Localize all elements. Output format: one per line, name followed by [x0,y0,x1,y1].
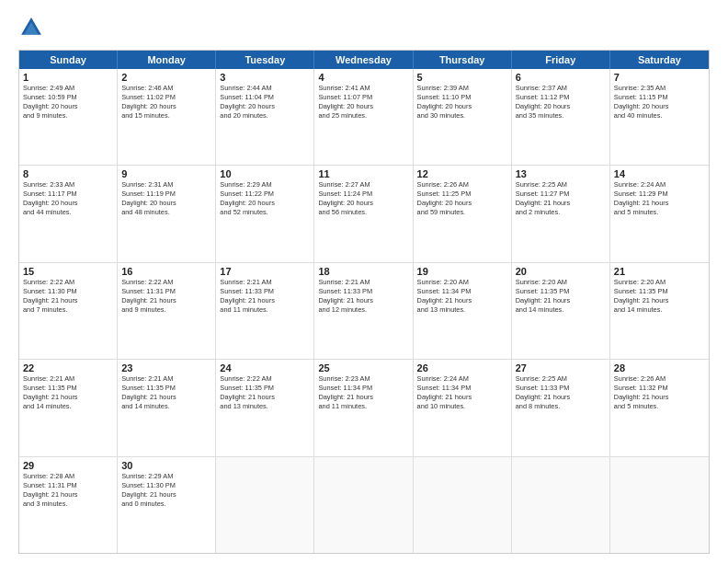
cal-cell: 20Sunrise: 2:20 AMSunset: 11:35 PMDaylig… [512,263,610,359]
cell-info: Sunrise: 2:31 AMSunset: 11:19 PMDaylight… [121,180,211,217]
calendar-body: 1Sunrise: 2:49 AMSunset: 10:59 PMDayligh… [19,69,709,553]
day-number: 14 [614,168,705,179]
cal-cell: 5Sunrise: 2:39 AMSunset: 11:10 PMDayligh… [414,69,512,165]
cal-row-5: 29Sunrise: 2:28 AMSunset: 11:31 PMDaylig… [19,457,709,553]
cal-cell: 1Sunrise: 2:49 AMSunset: 10:59 PMDayligh… [19,69,118,165]
cal-cell: 19Sunrise: 2:20 AMSunset: 11:34 PMDaylig… [414,263,512,359]
header-day-saturday: Saturday [610,51,709,69]
cal-cell: 23Sunrise: 2:21 AMSunset: 11:35 PMDaylig… [118,360,216,455]
cal-cell: 28Sunrise: 2:26 AMSunset: 11:32 PMDaylig… [610,360,709,455]
day-number: 15 [23,266,113,277]
cell-info: Sunrise: 2:22 AMSunset: 11:35 PMDaylight… [220,374,310,411]
day-number: 24 [220,362,310,373]
cell-info: Sunrise: 2:20 AMSunset: 11:34 PMDaylight… [417,278,507,315]
calendar-header: SundayMondayTuesdayWednesdayThursdayFrid… [19,51,709,69]
day-number: 13 [516,168,606,179]
cal-cell: 14Sunrise: 2:24 AMSunset: 11:29 PMDaylig… [610,166,709,261]
cell-info: Sunrise: 2:37 AMSunset: 11:12 PMDaylight… [516,84,606,121]
header-day-thursday: Thursday [414,51,512,69]
header [18,15,710,40]
logo [18,15,48,40]
cal-cell: 27Sunrise: 2:25 AMSunset: 11:33 PMDaylig… [512,360,610,455]
day-number: 21 [614,266,705,277]
day-number: 6 [516,72,606,83]
day-number: 16 [121,266,211,277]
cell-info: Sunrise: 2:39 AMSunset: 11:10 PMDaylight… [417,84,507,121]
cell-info: Sunrise: 2:27 AMSunset: 11:24 PMDaylight… [318,180,408,217]
cell-info: Sunrise: 2:28 AMSunset: 11:31 PMDaylight… [23,472,113,509]
day-number: 26 [417,362,507,373]
header-day-wednesday: Wednesday [314,51,413,69]
cell-info: Sunrise: 2:29 AMSunset: 11:30 PMDaylight… [121,472,211,509]
cal-cell: 4Sunrise: 2:41 AMSunset: 11:07 PMDayligh… [314,69,413,165]
day-number: 23 [121,362,211,373]
day-number: 2 [121,72,211,83]
cal-cell [610,457,709,553]
cell-info: Sunrise: 2:22 AMSunset: 11:30 PMDaylight… [23,278,113,315]
day-number: 19 [417,266,507,277]
cell-info: Sunrise: 2:49 AMSunset: 10:59 PMDaylight… [23,84,113,121]
cal-cell [314,457,413,553]
cal-cell: 10Sunrise: 2:29 AMSunset: 11:22 PMDaylig… [216,166,314,261]
cell-info: Sunrise: 2:20 AMSunset: 11:35 PMDaylight… [516,278,606,315]
cell-info: Sunrise: 2:24 AMSunset: 11:34 PMDaylight… [417,374,507,411]
cell-info: Sunrise: 2:44 AMSunset: 11:04 PMDaylight… [220,84,310,121]
cell-info: Sunrise: 2:21 AMSunset: 11:33 PMDaylight… [220,278,310,315]
cal-row-2: 8Sunrise: 2:33 AMSunset: 11:17 PMDayligh… [19,166,709,262]
cal-cell: 9Sunrise: 2:31 AMSunset: 11:19 PMDayligh… [118,166,216,261]
cal-cell: 16Sunrise: 2:22 AMSunset: 11:31 PMDaylig… [118,263,216,359]
day-number: 1 [23,72,113,83]
cell-info: Sunrise: 2:21 AMSunset: 11:33 PMDaylight… [318,278,408,315]
cal-row-4: 22Sunrise: 2:21 AMSunset: 11:35 PMDaylig… [19,360,709,456]
cell-info: Sunrise: 2:21 AMSunset: 11:35 PMDaylight… [23,374,113,411]
day-number: 12 [417,168,507,179]
cal-cell: 29Sunrise: 2:28 AMSunset: 11:31 PMDaylig… [19,457,118,553]
header-day-sunday: Sunday [19,51,118,69]
cal-cell: 11Sunrise: 2:27 AMSunset: 11:24 PMDaylig… [314,166,413,261]
cell-info: Sunrise: 2:35 AMSunset: 11:15 PMDaylight… [614,84,705,121]
cal-cell: 22Sunrise: 2:21 AMSunset: 11:35 PMDaylig… [19,360,118,455]
day-number: 5 [417,72,507,83]
cal-row-1: 1Sunrise: 2:49 AMSunset: 10:59 PMDayligh… [19,69,709,166]
day-number: 10 [220,168,310,179]
cell-info: Sunrise: 2:23 AMSunset: 11:34 PMDaylight… [318,374,408,411]
cell-info: Sunrise: 2:46 AMSunset: 11:02 PMDaylight… [121,84,211,121]
day-number: 4 [318,72,408,83]
cal-cell: 6Sunrise: 2:37 AMSunset: 11:12 PMDayligh… [512,69,610,165]
day-number: 28 [614,362,705,373]
cal-cell: 26Sunrise: 2:24 AMSunset: 11:34 PMDaylig… [414,360,512,455]
cell-info: Sunrise: 2:29 AMSunset: 11:22 PMDaylight… [220,180,310,217]
day-number: 29 [23,460,113,471]
cal-cell [216,457,314,553]
cal-cell [512,457,610,553]
day-number: 7 [614,72,705,83]
cell-info: Sunrise: 2:25 AMSunset: 11:33 PMDaylight… [516,374,606,411]
day-number: 30 [121,460,211,471]
cell-info: Sunrise: 2:26 AMSunset: 11:32 PMDaylight… [614,374,705,411]
cell-info: Sunrise: 2:26 AMSunset: 11:25 PMDaylight… [417,180,507,217]
cal-cell: 7Sunrise: 2:35 AMSunset: 11:15 PMDayligh… [610,69,709,165]
day-number: 22 [23,362,113,373]
header-day-friday: Friday [512,51,610,69]
calendar: SundayMondayTuesdayWednesdayThursdayFrid… [18,50,710,554]
cal-cell: 18Sunrise: 2:21 AMSunset: 11:33 PMDaylig… [314,263,413,359]
cell-info: Sunrise: 2:41 AMSunset: 11:07 PMDaylight… [318,84,408,121]
day-number: 11 [318,168,408,179]
cal-cell: 12Sunrise: 2:26 AMSunset: 11:25 PMDaylig… [414,166,512,261]
header-day-tuesday: Tuesday [216,51,314,69]
day-number: 25 [318,362,408,373]
day-number: 27 [516,362,606,373]
cal-cell: 2Sunrise: 2:46 AMSunset: 11:02 PMDayligh… [118,69,216,165]
cal-cell: 25Sunrise: 2:23 AMSunset: 11:34 PMDaylig… [314,360,413,455]
cal-cell: 30Sunrise: 2:29 AMSunset: 11:30 PMDaylig… [118,457,216,553]
cal-cell: 13Sunrise: 2:25 AMSunset: 11:27 PMDaylig… [512,166,610,261]
cal-cell: 17Sunrise: 2:21 AMSunset: 11:33 PMDaylig… [216,263,314,359]
day-number: 20 [516,266,606,277]
cell-info: Sunrise: 2:20 AMSunset: 11:35 PMDaylight… [614,278,705,315]
cell-info: Sunrise: 2:25 AMSunset: 11:27 PMDaylight… [516,180,606,217]
cal-cell [414,457,512,553]
cal-cell: 24Sunrise: 2:22 AMSunset: 11:35 PMDaylig… [216,360,314,455]
day-number: 8 [23,168,113,179]
day-number: 18 [318,266,408,277]
cal-cell: 21Sunrise: 2:20 AMSunset: 11:35 PMDaylig… [610,263,709,359]
